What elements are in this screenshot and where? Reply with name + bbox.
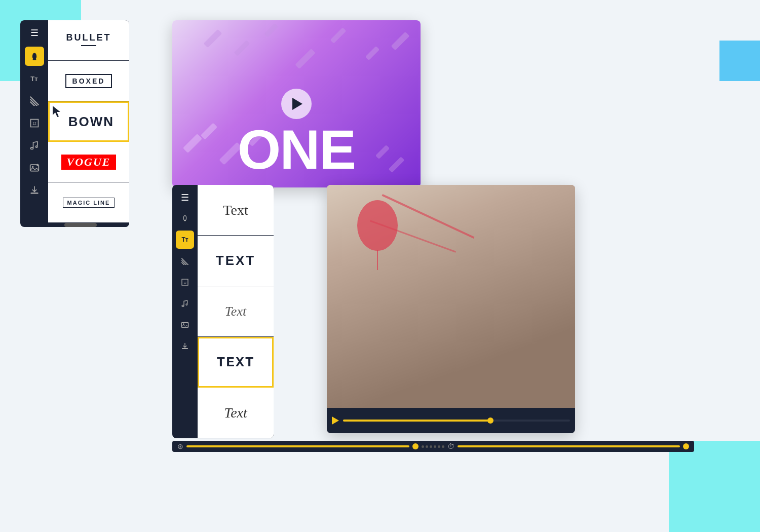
- timeline-dots-group: [422, 445, 444, 448]
- tool-music-2[interactable]: [176, 294, 194, 313]
- template-magic-label: MAGIC LINE: [63, 198, 115, 208]
- tool-photo-add-2[interactable]: [176, 316, 194, 334]
- sidebar-2: ☰ Tт 12: [172, 185, 198, 438]
- tool-resize-2[interactable]: 12: [176, 273, 194, 291]
- tool-resize-1[interactable]: 12: [25, 113, 44, 133]
- progress-fill-2: [343, 420, 490, 422]
- template-text-elegant-label: Text: [225, 304, 246, 319]
- tool-eraser-2[interactable]: [176, 209, 194, 227]
- template-text-script[interactable]: Text: [198, 388, 274, 438]
- templates-list-2: Text TEXT Text TEXT Text: [198, 185, 274, 438]
- panel-1: ☰ Tт 12 BULLET BOXED: [20, 20, 129, 227]
- photo-area: [327, 185, 575, 408]
- timeline-segment-left: [186, 445, 409, 447]
- template-down-label: BOWN: [63, 114, 114, 130]
- video-preview-1: ONE: [172, 20, 421, 187]
- template-boxed-label: BOXED: [65, 74, 112, 88]
- timeline-globe-icon[interactable]: ⊛: [177, 442, 183, 450]
- template-text-plain-label: Text: [223, 202, 248, 218]
- tool-eraser-1[interactable]: [25, 47, 44, 66]
- svg-point-0: [32, 53, 36, 59]
- template-bullet[interactable]: BULLET: [48, 20, 129, 61]
- timeline-dot-main: [412, 443, 419, 449]
- timeline-segment-right: [458, 445, 680, 447]
- tool-pattern-2[interactable]: [176, 252, 194, 270]
- menu-button-2[interactable]: ☰: [178, 189, 192, 206]
- template-text-bold-label: TEXT: [216, 253, 255, 269]
- scrollbar-1[interactable]: [48, 223, 129, 227]
- template-boxed[interactable]: BOXED: [48, 61, 129, 101]
- timeline-dot-s2: [426, 445, 428, 448]
- template-text-bold[interactable]: TEXT: [198, 236, 274, 286]
- tool-text-1[interactable]: Tт: [25, 69, 44, 88]
- template-vogue[interactable]: VOGUE: [48, 142, 129, 182]
- balloon-shape: [357, 200, 398, 251]
- timeline-dot-s1: [422, 445, 424, 448]
- template-text-stencil[interactable]: TEXT: [198, 337, 274, 388]
- svg-marker-13: [53, 106, 60, 117]
- svg-point-7: [35, 146, 37, 147]
- timeline-dot-s6: [442, 445, 444, 448]
- timeline-dot-right: [683, 443, 689, 449]
- svg-rect-15: [184, 220, 186, 221]
- tool-pattern-1[interactable]: [25, 91, 44, 110]
- tool-photo-add-1[interactable]: [25, 158, 44, 177]
- progress-bar-2[interactable]: [343, 420, 570, 422]
- template-text-plain[interactable]: Text: [198, 185, 274, 236]
- scroll-thumb-1: [64, 223, 97, 227]
- template-text-script-label: Text: [224, 405, 247, 421]
- play-button-1[interactable]: [281, 89, 312, 119]
- template-magic-line[interactable]: MAGIC LINE: [48, 182, 129, 223]
- svg-rect-12: [30, 193, 38, 194]
- svg-text:12: 12: [183, 282, 186, 284]
- template-text-elegant[interactable]: Text: [198, 286, 274, 337]
- timeline-clock-icon[interactable]: ⏱: [447, 442, 454, 450]
- bg-decoration-tr: [719, 41, 760, 81]
- video-controls-2: [327, 408, 575, 433]
- timeline-dot-s4: [434, 445, 436, 448]
- svg-rect-26: [182, 348, 188, 349]
- progress-dot-2: [487, 417, 493, 424]
- panel-2: ☰ Tт 12 Text TEXT Text: [172, 185, 274, 438]
- template-bullet-line: [81, 45, 96, 46]
- play-button-2[interactable]: [332, 416, 339, 425]
- sidebar-1: ☰ Tт 12: [20, 20, 48, 227]
- template-bullet-label: BULLET: [66, 32, 111, 43]
- svg-text:12: 12: [32, 122, 36, 125]
- balloon-string: [377, 250, 378, 270]
- video-preview-2: CREATEINSTASTORY: [327, 185, 575, 433]
- timeline-dot-s3: [430, 445, 432, 448]
- bg-decoration-br: [669, 441, 760, 532]
- timeline-dot-s5: [438, 445, 440, 448]
- tool-download-2[interactable]: [176, 337, 194, 355]
- svg-point-21: [186, 304, 187, 306]
- template-text-stencil-label: TEXT: [216, 355, 254, 370]
- tool-music-1[interactable]: [25, 136, 44, 155]
- tool-download-1[interactable]: [25, 180, 44, 200]
- menu-button-1[interactable]: ☰: [27, 24, 42, 42]
- tool-text-2[interactable]: Tт: [176, 231, 194, 249]
- templates-list-1: BULLET BOXED BOWN VOGUE MAGIC LINE: [48, 20, 129, 227]
- svg-rect-1: [32, 59, 36, 60]
- template-down[interactable]: BOWN: [48, 101, 129, 142]
- template-vogue-label: VOGUE: [61, 155, 116, 170]
- svg-point-14: [183, 216, 186, 220]
- cursor-icon: [53, 106, 62, 119]
- video-text-one: ONE: [172, 122, 421, 177]
- timeline-bar: ⊛ ⏱: [172, 441, 694, 452]
